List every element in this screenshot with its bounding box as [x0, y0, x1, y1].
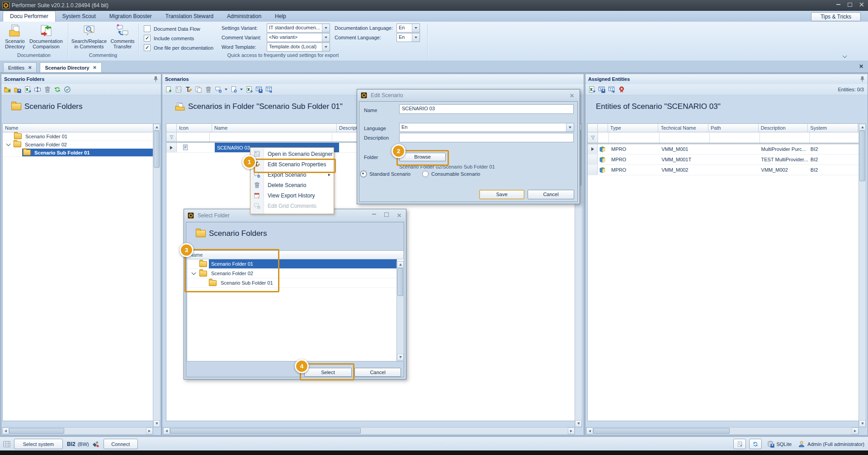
close-tab-icon[interactable]: ✕: [28, 65, 32, 70]
entity-row[interactable]: MPRO VMM_M001T TEST MultiProvider... BI2: [588, 155, 860, 165]
word-template-select[interactable]: Template.dotx (Local): [267, 42, 330, 52]
close-icon[interactable]: ✕: [570, 93, 574, 99]
expander-icon[interactable]: [6, 141, 11, 146]
horizontal-scrollbar[interactable]: [163, 427, 575, 435]
scroll-up-icon[interactable]: [397, 261, 404, 268]
doc-tab-scenario-directory[interactable]: Scenario Directory ✕: [40, 62, 101, 72]
close-icon[interactable]: [859, 2, 864, 7]
description-field[interactable]: [399, 133, 574, 142]
tab-docu-performer[interactable]: Docu Performer: [3, 11, 56, 22]
tree-item-scenario-sub-folder-01[interactable]: Scenario Sub Folder 01: [3, 149, 155, 157]
maximize-icon[interactable]: [384, 212, 389, 217]
connect-button[interactable]: Connect: [104, 439, 138, 449]
select-system-button[interactable]: Select system: [14, 439, 63, 449]
checkbox-document-data-flow[interactable]: Document Data Flow: [144, 25, 200, 32]
scroll-left-icon[interactable]: [586, 427, 593, 434]
scroll-left-icon[interactable]: [163, 427, 170, 434]
scroll-down-icon[interactable]: [859, 420, 866, 427]
check-status-icon[interactable]: [64, 86, 71, 93]
doc-tab-entities[interactable]: Entities ✕: [3, 62, 37, 72]
cancel-button[interactable]: Cancel: [354, 368, 401, 377]
log-button[interactable]: [733, 439, 746, 449]
tips-and-tricks-button[interactable]: Tips & Tricks: [811, 12, 861, 21]
column-header-system[interactable]: System: [808, 124, 858, 132]
export-excel-icon[interactable]: [245, 86, 253, 93]
column-header-technical-name[interactable]: Technical Name: [658, 124, 708, 132]
tab-translation-steward[interactable]: Translation Steward: [159, 11, 220, 22]
vertical-scrollbar[interactable]: [396, 261, 404, 361]
export-excel-icon[interactable]: [24, 86, 31, 93]
pin-icon[interactable]: [860, 76, 865, 82]
chevron-down-icon[interactable]: [322, 33, 330, 42]
vertical-scrollbar[interactable]: [153, 123, 160, 427]
cancel-button[interactable]: Cancel: [528, 190, 574, 199]
edit-properties-icon[interactable]: [185, 86, 192, 93]
delete-icon[interactable]: [205, 86, 212, 93]
chevron-down-icon[interactable]: [240, 89, 243, 90]
documentation-comparison-button[interactable]: Documentation Comparison: [28, 23, 64, 51]
comment-variant-select[interactable]: <No variant>: [267, 33, 330, 42]
chevron-down-icon[interactable]: [225, 89, 227, 90]
scenario-designer-icon[interactable]: [175, 86, 182, 93]
scroll-down-icon[interactable]: [153, 420, 160, 427]
horizontal-scrollbar[interactable]: [586, 427, 859, 435]
column-header-path[interactable]: Path: [708, 124, 759, 132]
close-tab-icon[interactable]: ✕: [93, 65, 96, 70]
remove-assignment-icon[interactable]: [618, 86, 625, 93]
chevron-down-icon[interactable]: [412, 33, 420, 42]
new-scenario-icon[interactable]: [165, 86, 172, 93]
radio-consumable-scenario[interactable]: Consumable Scenario: [422, 171, 480, 177]
tree-item-scenario-folder-02[interactable]: Scenario Folder 02: [3, 141, 155, 149]
export-grid-icon[interactable]: [265, 86, 273, 93]
scroll-up-icon[interactable]: [153, 124, 160, 131]
grid-view-icon[interactable]: [3, 441, 10, 448]
export-document-icon[interactable]: [230, 86, 237, 93]
settings-variant-select[interactable]: IT standard documen...: [267, 23, 330, 33]
save-grid-icon[interactable]: [598, 86, 605, 93]
scroll-right-icon[interactable]: [146, 427, 153, 434]
ribbon-collapse-icon[interactable]: [843, 53, 846, 58]
grid-filter-row[interactable]: [588, 132, 860, 144]
tab-system-scout[interactable]: System Scout: [56, 11, 103, 22]
column-header-type[interactable]: Type: [608, 124, 659, 132]
column-header-icon[interactable]: Icon: [177, 124, 212, 132]
column-header-name[interactable]: Name: [3, 124, 155, 132]
export-grid-icon[interactable]: [608, 86, 615, 93]
save-folder-icon[interactable]: [14, 86, 21, 93]
save-button[interactable]: Save: [479, 190, 524, 199]
menu-item-open-in-scenario-designer[interactable]: Open in Scenario Designer: [250, 149, 334, 159]
checkbox-one-file-per-doc[interactable]: ✓ One file per documentation: [144, 44, 213, 51]
delete-icon[interactable]: [44, 86, 51, 93]
chevron-down-icon[interactable]: [322, 24, 330, 32]
export-excel-icon[interactable]: [588, 86, 595, 93]
scroll-left-icon[interactable]: [2, 427, 9, 434]
minimize-icon[interactable]: [372, 214, 376, 215]
scroll-thumb[interactable]: [593, 428, 730, 434]
scenario-directory-button[interactable]: Scenario Directory: [2, 23, 28, 51]
comments-transfer-button[interactable]: Comments Transfer: [108, 23, 137, 51]
pin-icon[interactable]: [153, 76, 158, 82]
comment-language-select[interactable]: En: [396, 33, 420, 42]
minimize-icon[interactable]: [835, 2, 841, 7]
menu-item-delete-scenario[interactable]: Delete Scenario: [250, 180, 334, 190]
scroll-right-icon[interactable]: [852, 427, 859, 434]
column-header-name[interactable]: Name: [212, 124, 337, 132]
column-header-description[interactable]: Description: [759, 124, 808, 132]
menu-item-view-export-history[interactable]: View Export History: [250, 190, 334, 201]
scroll-thumb[interactable]: [170, 428, 361, 434]
radio-standard-scenario[interactable]: Standard Scenario: [360, 171, 410, 177]
scroll-thumb[interactable]: [859, 131, 865, 181]
documentation-language-select[interactable]: En: [396, 23, 420, 33]
refresh-icon[interactable]: [54, 86, 61, 93]
vertical-scrollbar[interactable]: [859, 123, 866, 427]
tree-item-scenario-folder-01[interactable]: Scenario Folder 01: [3, 132, 155, 141]
scroll-right-icon[interactable]: [568, 427, 575, 434]
close-document-icon[interactable]: ✕: [859, 63, 863, 70]
scroll-down-icon[interactable]: [397, 354, 404, 361]
close-icon[interactable]: ✕: [397, 212, 401, 219]
tab-migration-booster[interactable]: Migration Booster: [103, 11, 159, 22]
entity-row[interactable]: MPRO VMM_M002 VMM_M002 BI2: [588, 165, 860, 175]
refresh-button[interactable]: [749, 439, 762, 449]
chevron-down-icon[interactable]: [322, 43, 330, 51]
chevron-down-icon[interactable]: [412, 24, 420, 32]
